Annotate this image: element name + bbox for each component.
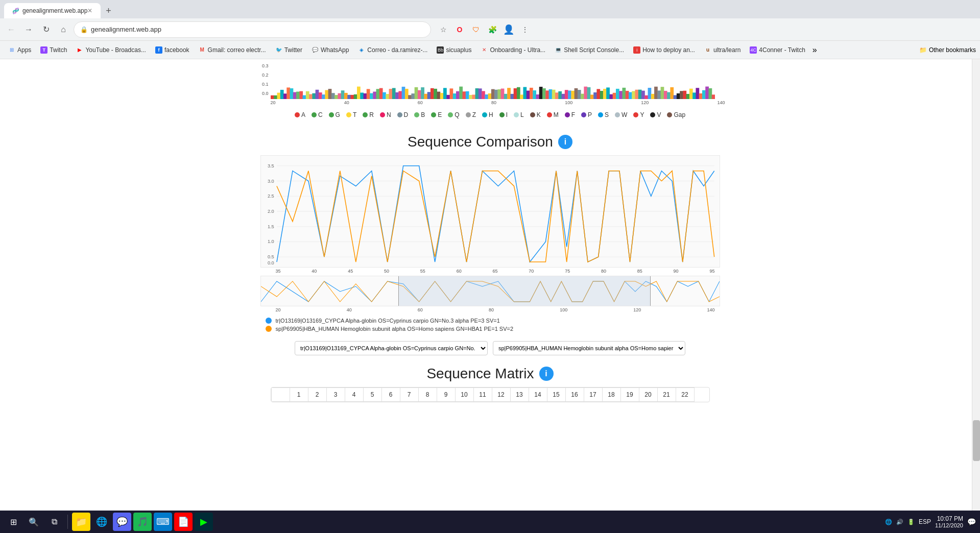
scrollbar[interactable]	[972, 59, 980, 511]
matrix-col-3: 3	[326, 388, 345, 402]
active-tab[interactable]: 🧬 genealignment.web.app ✕	[4, 3, 101, 18]
legend-F: F	[565, 111, 575, 118]
notification-icon[interactable]: 💬	[967, 518, 976, 526]
matrix-col-17: 17	[584, 388, 602, 402]
language-label: ESP	[919, 518, 931, 525]
legend-Z: Z	[466, 111, 476, 118]
reload-button[interactable]: ↻	[39, 22, 53, 37]
matrix-col-12: 12	[492, 388, 510, 402]
bookmark-sicua[interactable]: Bb sicuaplus	[433, 44, 475, 56]
matrix-title: Sequence Matrix i	[271, 366, 710, 382]
bookmark-facebook[interactable]: f facebook	[151, 44, 194, 56]
menu-button[interactable]: ⋮	[518, 22, 532, 37]
bookmark-4conner[interactable]: 4C 4Conner - Twitch	[746, 44, 809, 56]
bookmark-twitch[interactable]: T Twitch	[36, 44, 71, 56]
matrix-col-22: 22	[676, 388, 694, 402]
scrollbar-thumb[interactable]	[973, 420, 980, 461]
matrix-table: 1 2 3 4 5 6 7 8 9 10 11 12 13 14	[271, 387, 695, 402]
matrix-col-15: 15	[547, 388, 565, 402]
bookmark-youtube-label: YouTube - Broadcas...	[85, 46, 146, 54]
bookmark-shell[interactable]: 💻 Shell Script Console...	[551, 44, 628, 56]
matrix-col-14: 14	[529, 388, 547, 402]
main-chart: 3.5 3.0 2.5 2.0 1.5 1.0 0.5 0.0	[260, 155, 720, 268]
youtube-icon: ▶	[76, 46, 83, 54]
tab-close-icon[interactable]: ✕	[87, 7, 92, 14]
deploy-icon: i	[633, 46, 640, 54]
sequence1-select[interactable]: tr|O13169|O13169_CYPCA Alpha-globin OS=C…	[295, 341, 488, 355]
taskbar-discord[interactable]: 💬	[113, 513, 131, 531]
bookmark-onboarding[interactable]: ✕ Onboarding - Ultra...	[476, 44, 549, 56]
bookmark-twitter[interactable]: 🐦 Twitter	[271, 44, 306, 56]
onboarding-icon: ✕	[481, 46, 488, 54]
address-bar[interactable]: 🔒 genealignment.web.app	[74, 21, 431, 38]
taskbar-system-icons: 🌐 🔊 🔋	[885, 519, 915, 525]
tab-favicon: 🧬	[12, 8, 19, 14]
taskbar-chrome[interactable]: 🌐	[92, 513, 111, 531]
legend-I: I	[499, 111, 508, 118]
bookmark-ultralearn[interactable]: u ultra/learn	[700, 44, 745, 56]
bookmark-facebook-label: facebook	[164, 46, 189, 54]
legend-S: S	[598, 111, 609, 118]
forward-button[interactable]: →	[21, 22, 36, 37]
bookmark-correo[interactable]: ◈ Correo - da.ramirez-...	[354, 44, 432, 56]
matrix-info-icon[interactable]: i	[539, 367, 554, 381]
taskbar-spotify[interactable]: 🎵	[133, 513, 152, 531]
bookmark-deploy[interactable]: i How to deploy an...	[629, 44, 699, 56]
twitter-icon: 🐦	[275, 46, 282, 54]
search-button[interactable]: 🔍	[25, 513, 43, 531]
legend-W: W	[615, 111, 627, 118]
matrix-table-wrapper[interactable]: 1 2 3 4 5 6 7 8 9 10 11 12 13 14	[271, 387, 710, 402]
gmail-icon: M	[199, 46, 206, 54]
correo-icon: ◈	[358, 46, 365, 54]
matrix-col-2: 2	[308, 388, 326, 402]
extensions-button[interactable]: 🧩	[485, 22, 499, 37]
legend-V: V	[650, 111, 661, 118]
matrix-col-13: 13	[510, 388, 529, 402]
amino-acid-legend: A C G T R N D B E Q Z H I L K M F P S W …	[260, 106, 720, 124]
matrix-col-11: 11	[473, 388, 492, 402]
y-label-0: 0.3	[255, 63, 269, 68]
legend-N: N	[380, 111, 391, 118]
bookmark-whatsapp[interactable]: 💬 WhatsApp	[307, 44, 353, 56]
taskbar-file-explorer[interactable]: 📁	[72, 513, 90, 531]
bookmark-apps[interactable]: ⊞ Apps	[4, 44, 35, 56]
network-icon: 🌐	[885, 519, 892, 525]
taskview-button[interactable]: ⧉	[45, 513, 63, 531]
mini-chart-selection	[398, 276, 651, 306]
back-button[interactable]: ←	[4, 22, 18, 37]
bookmark-star-button[interactable]: ☆	[436, 22, 450, 37]
other-bookmarks[interactable]: 📁 Other bookmarks	[919, 46, 976, 54]
taskbar-acrobat[interactable]: 📄	[174, 513, 193, 531]
taskbar: ⊞ 🔍 ⧉ 📁 🌐 💬 🎵 ⌨ 📄 ▶ 🌐 🔊 🔋 ESP 10:07 PM 1…	[0, 511, 980, 533]
orange-line	[276, 171, 714, 262]
y-label-2: 0.1	[255, 82, 269, 87]
new-tab-button[interactable]: +	[101, 3, 116, 18]
bookmark-youtube[interactable]: ▶ YouTube - Broadcas...	[72, 44, 150, 56]
bookmark-gmail[interactable]: M Gmail: correo electr...	[195, 44, 270, 56]
opera-icon-button[interactable]: O	[452, 22, 467, 37]
colorbar-y-axis: 0.3 0.2 0.1 0.0	[255, 63, 271, 96]
account-button[interactable]: 👤	[501, 22, 516, 37]
adblock-button[interactable]: 🛡	[469, 22, 483, 37]
lock-icon: 🔒	[80, 26, 88, 33]
matrix-col-5: 5	[363, 388, 381, 402]
legend-B: B	[414, 111, 425, 118]
taskbar-vscode[interactable]: ⌨	[154, 513, 172, 531]
svg-text:0.5: 0.5	[267, 254, 274, 259]
home-button[interactable]: ⌂	[56, 22, 70, 37]
legend-item-cypca: tr|O13169|O13169_CYPCA Alpha-globin OS=C…	[266, 318, 715, 324]
taskbar-clock: 10:07 PM 11/12/2020	[935, 515, 963, 528]
sequence-comparison-info-icon[interactable]: i	[558, 135, 572, 149]
sequence2-select[interactable]: sp|P69905|HBA_HUMAN Hemoglobin subunit a…	[493, 341, 685, 355]
bookmark-sicua-label: sicuaplus	[446, 46, 471, 54]
start-button[interactable]: ⊞	[4, 513, 22, 531]
bookmark-ultralearn-label: ultra/learn	[713, 46, 740, 54]
chart-legend: tr|O13169|O13169_CYPCA Alpha-globin OS=C…	[260, 313, 720, 336]
matrix-col-8: 8	[418, 388, 437, 402]
matrix-title-label: Sequence Matrix	[426, 366, 534, 382]
taskbar-terminal[interactable]: ▶	[195, 513, 213, 531]
bookmarks-bar: ⊞ Apps T Twitch ▶ YouTube - Broadcas... …	[0, 41, 980, 59]
more-bookmarks[interactable]: »	[812, 45, 817, 55]
bookmark-whatsapp-label: WhatsApp	[321, 46, 349, 54]
main-chart-x-axis: 35 40 45 50 55 60 65 70 75 80 85 90 95	[260, 268, 720, 275]
